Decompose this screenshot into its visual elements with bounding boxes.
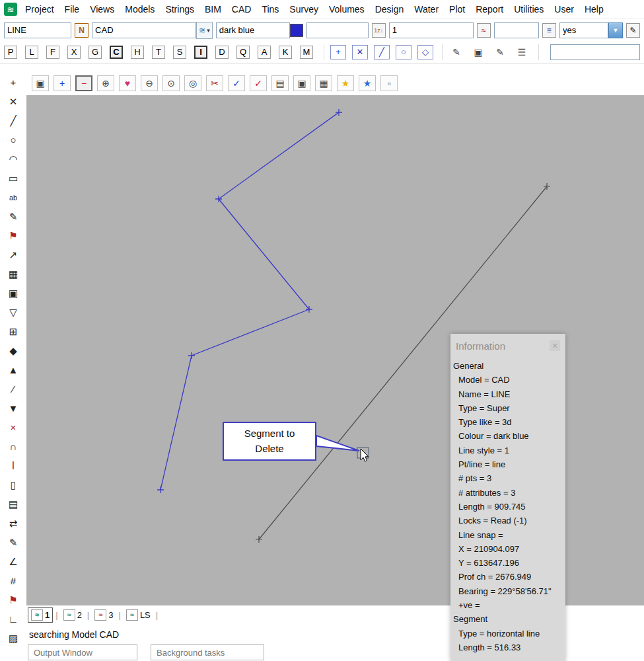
edit-box-icon[interactable]: ▤ (5, 494, 22, 514)
corner-icon[interactable]: ∟ (5, 609, 22, 629)
snap-g-button[interactable]: G (89, 46, 102, 59)
snap-s-button[interactable]: S (173, 46, 186, 59)
redraw-icon[interactable]: ♥ (119, 75, 136, 91)
name-input[interactable] (4, 22, 71, 38)
menu-utilities[interactable]: Utilities (509, 2, 549, 17)
polygon-icon[interactable]: ▽ (5, 303, 22, 322)
snap-q-button[interactable]: Q (236, 46, 250, 59)
list-icon[interactable]: ☰ (514, 45, 530, 59)
flag-icon[interactable]: ⚑ (5, 226, 22, 245)
hatch-icon[interactable]: # (5, 571, 22, 590)
colour-swatch[interactable] (290, 24, 303, 37)
zoom-in-icon[interactable]: + (54, 75, 71, 91)
menu-design[interactable]: Design (370, 2, 410, 17)
menu-water[interactable]: Water (409, 2, 444, 17)
menu-models[interactable]: Models (120, 2, 160, 17)
edit-icon[interactable]: ✎ (492, 45, 508, 59)
menu-project[interactable]: Project (20, 2, 59, 17)
star-yellow-icon[interactable]: ★ (337, 75, 354, 91)
diagonal-icon[interactable]: ∕ (5, 379, 22, 399)
colour-input[interactable] (216, 22, 290, 38)
menu-bim[interactable]: BIM (199, 2, 227, 17)
menu-user[interactable]: User (549, 2, 579, 17)
menu-views[interactable]: Views (85, 2, 120, 17)
angle-icon[interactable]: ∠ (5, 552, 22, 571)
accept-icon[interactable]: ✓ (228, 75, 245, 91)
magnify-icon[interactable]: ◎ (184, 75, 201, 91)
print-icon[interactable]: ▤ (271, 75, 289, 91)
snap-m-button[interactable]: M (300, 46, 313, 59)
text-icon[interactable]: ab (5, 188, 22, 207)
circle-icon[interactable]: ○ (5, 130, 22, 149)
view-tab-3[interactable]: ≈ 3 (92, 608, 116, 622)
dropdown-arrow-icon[interactable]: ▼ (608, 22, 623, 38)
menu-tins[interactable]: Tins (256, 2, 284, 17)
shield-icon[interactable]: ▼ (5, 399, 22, 418)
panel-icon[interactable]: ▯ (5, 475, 22, 494)
sort-icon[interactable]: 1z↓ (372, 23, 386, 38)
snap-x-button[interactable]: X (67, 46, 81, 59)
cut-icon[interactable]: ✂ (206, 75, 223, 91)
menu-strings[interactable]: Strings (160, 2, 199, 17)
cad-line-icon[interactable]: ╱ (374, 45, 390, 59)
spray-icon[interactable]: ▨ (5, 629, 22, 648)
menu-cad[interactable]: CAD (227, 2, 257, 17)
window-box-icon[interactable]: ▫ (380, 75, 398, 91)
dropper-icon[interactable]: ✎ (626, 23, 640, 38)
field-6-input[interactable] (494, 22, 539, 38)
snap-p-button[interactable]: P (4, 46, 17, 59)
pencil-icon[interactable]: ✎ (5, 533, 22, 552)
zigzag-icon[interactable]: ≈ (477, 23, 491, 38)
snap-c-button[interactable]: C (110, 46, 123, 59)
menu-report[interactable]: Report (470, 2, 509, 17)
zoom-out-icon[interactable]: − (75, 75, 92, 91)
menu-file[interactable]: File (59, 2, 85, 17)
flag2-icon[interactable]: ⚑ (5, 590, 22, 609)
box-plus-icon[interactable]: ⊞ (5, 322, 22, 341)
fit-view-icon[interactable]: ▣ (32, 75, 49, 91)
hook-icon[interactable]: ∩ (5, 437, 22, 456)
model-input[interactable] (92, 22, 196, 38)
table-icon[interactable]: ▦ (315, 75, 332, 91)
snap-t-button[interactable]: T (152, 46, 165, 59)
draw-icon[interactable]: ✎ (448, 45, 464, 59)
field-4-input[interactable] (306, 22, 369, 38)
snap-h-button[interactable]: H (131, 46, 144, 59)
grid-icon[interactable]: ▦ (5, 264, 22, 284)
menu-survey[interactable]: Survey (284, 2, 324, 17)
background-tasks-panel[interactable]: Background tasks (151, 644, 264, 660)
cad-lasso-icon[interactable]: ◇ (417, 45, 433, 59)
view-tab-1[interactable]: ≈ 1 (28, 607, 53, 623)
measure-icon[interactable]: ↗ (5, 245, 22, 264)
cad-circle-icon[interactable]: ○ (396, 45, 411, 59)
erase-icon[interactable]: ✕ (5, 92, 22, 111)
reject-icon[interactable]: ✓ (250, 75, 267, 91)
menu-volumes[interactable]: Volumes (324, 2, 370, 17)
menu-help[interactable]: Help (579, 2, 609, 17)
model-picker-icon[interactable]: ≋ ▾ (196, 22, 213, 39)
snap-i-button[interactable]: I (194, 46, 207, 59)
rectangle-icon[interactable]: ▭ (5, 169, 22, 188)
view-tab-2[interactable]: ≈ 2 (61, 608, 85, 622)
arc-icon[interactable]: ◠ (5, 149, 22, 169)
star-blue-icon[interactable]: ★ (359, 75, 376, 91)
close-icon[interactable]: ✕ (550, 340, 560, 351)
move-icon[interactable]: + (5, 73, 22, 92)
move-all-icon[interactable]: ◆ (5, 341, 22, 360)
output-window-panel[interactable]: Output Window (28, 644, 137, 660)
lines-icon[interactable]: ≡ (542, 23, 556, 38)
cad-delete-icon[interactable]: ✕ (352, 45, 368, 59)
swap-icon[interactable]: ⇄ (5, 514, 22, 533)
triangle-icon[interactable]: ▲ (5, 360, 22, 379)
zoom-extent-icon[interactable]: ⊙ (162, 75, 180, 91)
info-icon[interactable]: Ⅰ (5, 456, 22, 475)
command-input[interactable] (550, 44, 640, 60)
view-tab-ls[interactable]: ≈ LS (124, 608, 153, 622)
name-mode-button[interactable]: N (75, 23, 89, 38)
line-icon[interactable]: ╱ (5, 111, 22, 130)
paste-icon[interactable]: ▣ (470, 45, 486, 59)
linestyle-input[interactable] (389, 22, 474, 38)
cad-point-icon[interactable]: + (330, 45, 346, 59)
menu-plot[interactable]: Plot (444, 2, 470, 17)
brush-icon[interactable]: ✎ (5, 207, 22, 226)
